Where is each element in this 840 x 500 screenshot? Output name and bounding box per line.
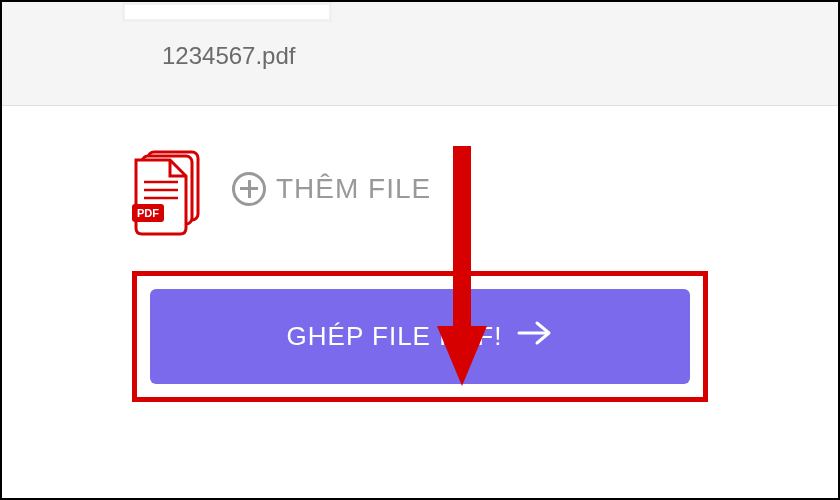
svg-text:PDF: PDF	[137, 207, 159, 219]
annotation-highlight-box: GHÉP FILE PDF!	[132, 271, 708, 402]
file-name: 1234567.pdf	[162, 42, 838, 70]
actions-section: PDF THÊM FILE GHÉP FILE PDF!	[2, 106, 838, 442]
pdf-stack-icon: PDF	[132, 146, 202, 231]
annotation-arrow-icon	[432, 136, 492, 386]
svg-marker-1	[437, 326, 487, 386]
add-file-row[interactable]: PDF THÊM FILE	[132, 146, 708, 231]
file-thumbnail	[122, 2, 332, 22]
add-file-button[interactable]: THÊM FILE	[232, 172, 431, 206]
arrow-right-icon	[517, 319, 553, 354]
merge-pdf-button[interactable]: GHÉP FILE PDF!	[150, 289, 690, 384]
add-file-label: THÊM FILE	[276, 173, 431, 205]
plus-circle-icon	[232, 172, 266, 206]
file-section: 1234567.pdf	[2, 2, 838, 106]
